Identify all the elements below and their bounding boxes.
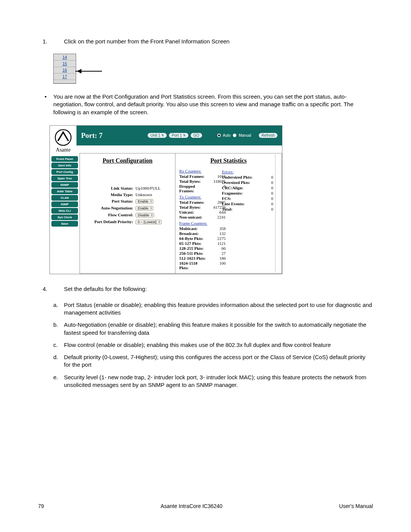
asante-logo-icon [54,129,72,146]
sub-text: Flow control (enable or disable); enabli… [64,341,373,349]
sidebar-item[interactable]: Span Tree [51,176,78,181]
port-title: Port: 7 [81,131,102,140]
stats-header: Port Statistics [175,153,282,167]
step-4: 4.Set the defaults for the following: [53,286,373,292]
stepper-icon: ⇅ [183,134,186,137]
port-config-screenshot: Asante Port: 7 Unit 1⇅ Port 1⇅ GO Auto M… [49,125,282,274]
sub-text: Default priority (0-Lowest, 7-Highest); … [64,353,373,369]
stepper-icon: ⇅ [161,134,164,137]
sidebar-item[interactable]: Addr Table [51,189,78,194]
manual-label: Manual [239,133,251,137]
go-button[interactable]: GO [191,133,202,138]
manual-radio[interactable] [233,134,236,137]
frame-section: Frame Counters: [179,221,282,225]
port-select[interactable]: Port 1⇅ [169,133,188,138]
errors-block: Errors: Undersized Pkts:0 Oversized Pkts… [222,168,273,212]
cfg-label: Auto-Negotiation: [91,206,135,211]
sidebar-item[interactable]: Front Panel [51,156,78,162]
port-row: 15 [54,61,76,67]
port-row: 14 [54,54,76,61]
sub-letter: c. [53,341,64,349]
auto-neg-select[interactable]: Enable [135,206,153,211]
footer-center: Asante IntraCore IC36240 [161,503,223,509]
port-number-box: 14 15 16 17 [53,54,76,84]
config-header: Port Configuration [80,153,175,185]
cfg-label: Media Type: [91,192,135,197]
sub-letter: b. [53,321,64,337]
document-page: 1.Click on the port number from the Fron… [0,0,411,532]
cfg-label: Port Default Priority: [91,219,135,224]
sub-letter: a. [53,301,64,317]
sub-text: Port Status (enable or disable); enablin… [64,301,373,317]
auto-radio[interactable] [217,134,221,137]
cfg-label: Flow Control: [91,212,135,217]
info-bullet: • You are now at the Port Configuration … [38,93,373,116]
sidebar-item[interactable]: VLAN [51,195,78,201]
cfg-value: Up1000/FULL [135,186,161,190]
page-footer: 79 Asante IntraCore IC36240 User's Manua… [38,503,373,509]
sidebar-item[interactable]: Save [51,221,78,227]
info-bullet-text: You are now at the Port Configuration an… [53,93,373,116]
priority-select[interactable]: 0 – (Lowest) [135,220,162,224]
sub-text: Auto-Negotiation (enable or disable); en… [64,321,373,337]
port-row-more [54,80,76,83]
step-4-text: Set the defaults for the following: [64,286,147,292]
unit-select[interactable]: Unit 1⇅ [148,133,167,138]
brand-name: Asante [50,147,76,153]
sub-letter: d. [53,353,64,369]
sidebar-item[interactable]: Port Config [51,169,78,175]
step-1: 1.Click on the port number from the Fron… [53,38,373,45]
flow-control-select[interactable]: Disable [135,213,154,217]
port-status-select[interactable]: Enable [135,199,153,204]
port-statistics-panel: Port Statistics Rx Counters: Total Frame… [175,153,282,274]
footer-right: User's Manual [339,503,373,509]
cfg-label: Link Status: [91,186,135,190]
port-row: 16 [54,67,76,73]
banner: Port: 7 Unit 1⇅ Port 1⇅ GO Auto Manual R… [76,126,282,145]
auto-label: Auto [223,133,231,137]
port-row: 17 [54,73,76,80]
scrollbar[interactable] [275,154,281,273]
cfg-label: Port Status: [91,199,135,204]
step-4-number: 4. [53,286,64,292]
sidebar: Front Panel Genl Info Port Config Span T… [50,153,80,274]
port-configuration-panel: Port Configuration Link Status:Up1000/FU… [80,153,175,274]
sidebar-item[interactable]: Genl Info [51,163,78,168]
sub-text: Security level (1- new node trap, 2- int… [64,374,373,389]
errors-header: Errors: [222,169,273,174]
step-1-number: 1. [53,38,64,45]
port-list-figure: 14 15 16 17 [53,54,373,84]
refresh-button[interactable]: Refresh [259,133,277,138]
sidebar-item[interactable]: Web CLI [51,208,78,214]
cfg-value: Unknown [135,192,152,197]
sidebar-item[interactable]: Sys Clock [51,214,78,220]
bullet-dot-icon: • [38,93,53,116]
sub-list: a.Port Status (enable or disable); enabl… [38,301,373,389]
pointer-arrow-icon [75,71,102,72]
sidebar-item[interactable]: SNMP [51,182,78,188]
sidebar-item[interactable]: IGMP [51,201,78,207]
page-number: 79 [38,503,44,509]
step-1-text: Click on the port number from the Front … [64,38,229,45]
sub-letter: e. [53,374,64,389]
